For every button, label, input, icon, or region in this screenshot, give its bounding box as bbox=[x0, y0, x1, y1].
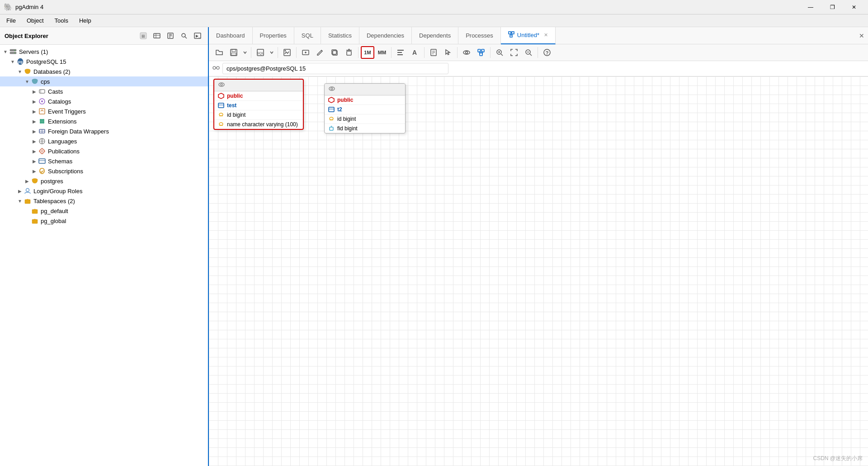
pg-global-label: pg_global bbox=[41, 218, 66, 224]
toggle-extensions[interactable]: ▶ bbox=[31, 119, 38, 124]
preview-button[interactable] bbox=[460, 46, 473, 59]
sidebar-item-fdw[interactable]: ▶ Foreign Data Wrappers bbox=[0, 126, 208, 136]
svg-point-102 bbox=[219, 113, 223, 116]
toggle-cps[interactable]: ▼ bbox=[24, 79, 31, 84]
tab-dependencies[interactable]: Dependencies bbox=[359, 27, 412, 44]
tab-processes[interactable]: Processes bbox=[458, 27, 501, 44]
sidebar-item-tablespaces[interactable]: ▼ Tablespaces (2) bbox=[0, 196, 208, 206]
pg-default-icon bbox=[31, 207, 39, 215]
sidebar-item-catalogs[interactable]: ▶ Catalogs bbox=[0, 96, 208, 106]
watermark: CSDN @迷失的小席 bbox=[813, 455, 863, 462]
toggle-fdw[interactable]: ▶ bbox=[31, 129, 38, 134]
many-to-many-button[interactable]: MM bbox=[375, 46, 389, 59]
sidebar-item-pg-default[interactable]: ▶ pg_default bbox=[0, 206, 208, 216]
menu-file[interactable]: File bbox=[2, 15, 20, 26]
toggle-servers[interactable]: ▼ bbox=[2, 49, 9, 54]
search-button[interactable] bbox=[178, 30, 190, 42]
erd-table-t2[interactable]: public t2 id bigint fid bigint bbox=[324, 83, 406, 133]
minimize-button[interactable]: — bbox=[800, 0, 821, 14]
zoom-out-button[interactable] bbox=[522, 46, 535, 59]
tab-sql[interactable]: SQL bbox=[294, 27, 321, 44]
maximize-button[interactable]: ❐ bbox=[822, 0, 843, 14]
toggle-languages[interactable]: ▶ bbox=[31, 139, 38, 144]
view-table-button[interactable] bbox=[151, 30, 163, 42]
open-button[interactable] bbox=[212, 46, 226, 59]
terminal-button[interactable]: ▶_ bbox=[192, 30, 203, 42]
sidebar-item-event-triggers[interactable]: ▶ Event Triggers bbox=[0, 106, 208, 116]
schema-button[interactable] bbox=[474, 46, 488, 59]
panel-title: Object Explorer bbox=[5, 33, 48, 39]
svg-text:⊞: ⊞ bbox=[142, 34, 145, 38]
toggle-subscriptions[interactable]: ▶ bbox=[31, 169, 38, 174]
help-button[interactable]: ? bbox=[540, 46, 554, 59]
extensions-label: Extensions bbox=[48, 118, 77, 125]
sidebar-item-subscriptions[interactable]: ▶ Subscriptions bbox=[0, 166, 208, 176]
sidebar-item-publications[interactable]: ▶ Publications bbox=[0, 146, 208, 156]
auto-align-button[interactable] bbox=[394, 46, 407, 59]
clone-button[interactable] bbox=[328, 46, 341, 59]
sidebar-item-languages[interactable]: ▶ Languages bbox=[0, 136, 208, 146]
connection-bar: cps/postgres@PostgreSQL 15 bbox=[209, 61, 868, 76]
erd-canvas[interactable]: public test id bigint name character var… bbox=[209, 76, 868, 466]
add-table-button[interactable] bbox=[299, 46, 312, 59]
sidebar-item-casts[interactable]: ▶ Casts bbox=[0, 86, 208, 96]
save-dropdown-button[interactable] bbox=[241, 46, 249, 59]
sql-dropdown-button[interactable] bbox=[268, 46, 275, 59]
table-t2-eye[interactable] bbox=[328, 86, 335, 93]
menu-tools[interactable]: Tools bbox=[50, 15, 73, 26]
sidebar-item-postgres-db[interactable]: ▶ postgres bbox=[0, 176, 208, 186]
pointer-button[interactable] bbox=[441, 46, 455, 59]
toggle-databases[interactable]: ▼ bbox=[16, 69, 24, 74]
tablespaces-label: Tablespaces (2) bbox=[33, 198, 75, 204]
toggle-event-triggers[interactable]: ▶ bbox=[31, 109, 38, 114]
toggle-pg15[interactable]: ▼ bbox=[9, 59, 16, 64]
fit-button[interactable] bbox=[507, 46, 521, 59]
generate-sql-button[interactable]: SQL bbox=[254, 46, 267, 59]
one-to-many-button[interactable]: 1M bbox=[361, 46, 374, 59]
properties-button[interactable] bbox=[165, 30, 176, 42]
sidebar-item-extensions[interactable]: ▶ Extensions bbox=[0, 116, 208, 126]
toggle-casts[interactable]: ▶ bbox=[31, 89, 38, 94]
zoom-in-button[interactable] bbox=[493, 46, 506, 59]
tab-dependents[interactable]: Dependents bbox=[412, 27, 458, 44]
toggle-catalogs[interactable]: ▶ bbox=[31, 99, 38, 104]
postgres-db-icon bbox=[31, 177, 39, 185]
languages-label: Languages bbox=[48, 138, 77, 145]
sidebar-item-login-roles[interactable]: ▶ Login/Group Roles bbox=[0, 186, 208, 196]
note-button[interactable] bbox=[427, 46, 440, 59]
tab-statistics[interactable]: Statistics bbox=[321, 27, 359, 44]
login-roles-label: Login/Group Roles bbox=[33, 188, 82, 195]
svg-line-86 bbox=[501, 54, 503, 56]
close-panel-button[interactable]: ✕ bbox=[855, 32, 868, 39]
sidebar-item-cps[interactable]: ▼ cps bbox=[0, 76, 208, 86]
sidebar-item-databases[interactable]: ▼ Databases (2) bbox=[0, 67, 208, 76]
toggle-tablespaces[interactable]: ▼ bbox=[16, 199, 24, 204]
tab-properties[interactable]: Properties bbox=[253, 27, 294, 44]
table-test-eye[interactable] bbox=[218, 81, 225, 89]
table-test-id-row: id bigint bbox=[214, 110, 303, 120]
erd-table-test[interactable]: public test id bigint name character var… bbox=[213, 79, 304, 130]
svg-point-24 bbox=[41, 100, 43, 102]
tab-close-button[interactable]: ✕ bbox=[544, 32, 548, 38]
delete-button[interactable] bbox=[342, 46, 356, 59]
sidebar-item-servers[interactable]: ▼ Servers (1) bbox=[0, 47, 208, 57]
save-button[interactable] bbox=[227, 46, 241, 59]
add-note-button[interactable]: A bbox=[408, 46, 422, 59]
menu-help[interactable]: Help bbox=[75, 15, 96, 26]
menu-object[interactable]: Object bbox=[22, 15, 48, 26]
toggle-login-roles[interactable]: ▶ bbox=[16, 189, 24, 194]
toggle-postgres-db[interactable]: ▶ bbox=[24, 179, 31, 184]
download-image-button[interactable] bbox=[280, 46, 294, 59]
main-layout: Object Explorer ⊞ bbox=[0, 27, 868, 466]
sidebar-item-pg-global[interactable]: ▶ pg_global bbox=[0, 216, 208, 226]
toggle-publications[interactable]: ▶ bbox=[31, 149, 38, 154]
sidebar-item-postgresql15[interactable]: ▼ pg PostgreSQL 15 bbox=[0, 57, 208, 67]
toggle-schemas[interactable]: ▶ bbox=[31, 159, 38, 164]
tab-dashboard[interactable]: Dashboard bbox=[209, 27, 253, 44]
tab-untitled[interactable]: Untitled* ✕ bbox=[501, 27, 556, 44]
svg-point-98 bbox=[221, 84, 222, 86]
sidebar-item-schemas[interactable]: ▶ Schemas bbox=[0, 156, 208, 166]
refresh-button[interactable]: ⊞ bbox=[137, 30, 149, 42]
edit-button[interactable] bbox=[313, 46, 327, 59]
close-button[interactable]: ✕ bbox=[844, 0, 864, 14]
